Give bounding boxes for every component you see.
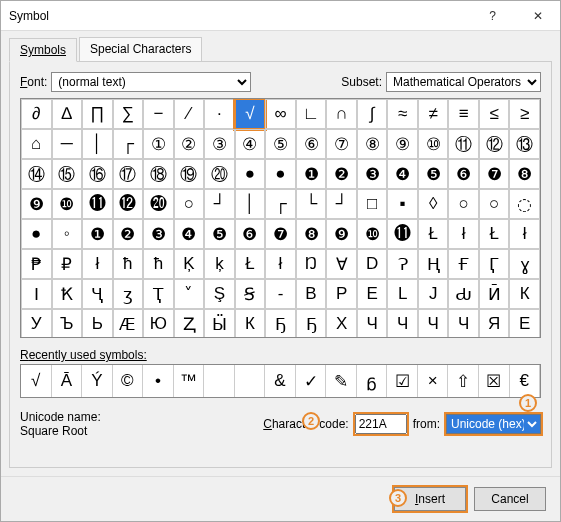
- symbol-cell[interactable]: ❽: [509, 159, 540, 189]
- symbol-cell[interactable]: ❸: [357, 159, 388, 189]
- symbol-cell[interactable]: Ғ: [448, 249, 479, 279]
- symbol-cell[interactable]: ❹: [387, 159, 418, 189]
- symbol-cell[interactable]: ⑱: [143, 159, 174, 189]
- symbol-cell[interactable]: ɣ: [509, 249, 540, 279]
- recent-symbol-cell[interactable]: ✎: [326, 365, 357, 397]
- symbol-cell[interactable]: ③: [204, 129, 235, 159]
- symbol-cell[interactable]: Ҭ: [143, 279, 174, 309]
- symbol-cell[interactable]: D: [357, 249, 388, 279]
- symbol-cell[interactable]: ◌: [509, 189, 540, 219]
- help-button[interactable]: ?: [470, 1, 515, 31]
- recent-symbol-cell[interactable]: ☑: [387, 365, 418, 397]
- tab-special-characters[interactable]: Special Characters: [79, 37, 202, 61]
- symbol-cell[interactable]: ≤: [479, 99, 510, 129]
- symbol-cell[interactable]: ◊: [418, 189, 449, 219]
- symbol-cell[interactable]: ●: [265, 159, 296, 189]
- symbol-cell[interactable]: ②: [174, 129, 205, 159]
- recent-symbol-cell[interactable]: [235, 365, 266, 397]
- charcode-input[interactable]: [355, 414, 407, 434]
- symbol-cell[interactable]: Ҕ: [265, 309, 296, 338]
- symbol-cell[interactable]: ∟: [296, 99, 327, 129]
- symbol-cell[interactable]: Ɂ: [387, 249, 418, 279]
- symbol-cell[interactable]: ≠: [418, 99, 449, 129]
- symbol-cell[interactable]: Ⱨ: [418, 249, 449, 279]
- symbol-cell[interactable]: L: [387, 279, 418, 309]
- symbol-cell[interactable]: ⑭: [21, 159, 52, 189]
- symbol-cell[interactable]: ┘: [326, 189, 357, 219]
- symbol-cell[interactable]: Ь: [82, 309, 113, 338]
- symbol-cell[interactable]: ⓫: [82, 189, 113, 219]
- symbol-cell[interactable]: ∏: [82, 99, 113, 129]
- recent-symbol-cell[interactable]: ☒: [479, 365, 510, 397]
- subset-select[interactable]: Mathematical Operators: [386, 72, 541, 92]
- symbol-cell[interactable]: ❻: [235, 219, 266, 249]
- symbol-cell[interactable]: ķ: [204, 249, 235, 279]
- symbol-cell[interactable]: Ч: [448, 309, 479, 338]
- symbol-cell[interactable]: ≥: [509, 99, 540, 129]
- recent-symbol-cell[interactable]: &: [265, 365, 296, 397]
- symbol-cell[interactable]: ∞: [265, 99, 296, 129]
- symbol-cell[interactable]: ħ: [143, 249, 174, 279]
- symbol-cell[interactable]: К: [235, 309, 266, 338]
- symbol-cell[interactable]: ❿: [52, 189, 83, 219]
- symbol-cell[interactable]: ⓫: [387, 219, 418, 249]
- symbol-cell[interactable]: ⑩: [418, 129, 449, 159]
- symbol-cell[interactable]: │: [235, 189, 266, 219]
- symbol-cell[interactable]: ⑳: [204, 159, 235, 189]
- recent-symbol-cell[interactable]: ✓: [296, 365, 327, 397]
- close-button[interactable]: ✕: [515, 1, 560, 31]
- symbol-cell[interactable]: ⑰: [113, 159, 144, 189]
- symbol-cell[interactable]: E: [357, 279, 388, 309]
- symbol-cell[interactable]: У: [21, 309, 52, 338]
- symbol-cell[interactable]: −: [143, 99, 174, 129]
- recent-symbol-cell[interactable]: Ý: [82, 365, 113, 397]
- symbol-cell[interactable]: ❾: [21, 189, 52, 219]
- symbol-cell[interactable]: Ŋ: [296, 249, 327, 279]
- symbol-cell[interactable]: ∙: [204, 99, 235, 129]
- symbol-cell[interactable]: ł: [82, 249, 113, 279]
- symbol-cell[interactable]: Ҷ: [82, 279, 113, 309]
- symbol-cell[interactable]: √: [235, 99, 266, 129]
- symbol-cell[interactable]: ˅: [174, 279, 205, 309]
- symbol-cell[interactable]: Ӹ: [204, 309, 235, 338]
- symbol-cell[interactable]: ❿: [357, 219, 388, 249]
- symbol-cell[interactable]: ∩: [326, 99, 357, 129]
- tab-symbols[interactable]: Symbols: [9, 38, 77, 62]
- symbol-cell[interactable]: Я: [479, 309, 510, 338]
- symbol-cell[interactable]: ł: [265, 249, 296, 279]
- symbol-cell[interactable]: Ч: [418, 309, 449, 338]
- symbol-cell[interactable]: Ӷ: [479, 249, 510, 279]
- symbol-cell[interactable]: Ⱬ: [174, 309, 205, 338]
- symbol-cell[interactable]: ❽: [296, 219, 327, 249]
- symbol-cell[interactable]: Ԃ: [448, 279, 479, 309]
- symbol-cell[interactable]: ⑮: [52, 159, 83, 189]
- symbol-cell[interactable]: ⑤: [265, 129, 296, 159]
- symbol-cell[interactable]: ⌂: [21, 129, 52, 159]
- symbol-cell[interactable]: ∂: [21, 99, 52, 129]
- symbol-cell[interactable]: ⑲: [174, 159, 205, 189]
- symbol-cell[interactable]: Ҟ: [52, 279, 83, 309]
- symbol-cell[interactable]: ⑬: [509, 129, 540, 159]
- symbol-cell[interactable]: Ş: [204, 279, 235, 309]
- recent-symbol-cell[interactable]: [204, 365, 235, 397]
- recent-symbol-cell[interactable]: √: [21, 365, 52, 397]
- symbol-cell[interactable]: Ю: [143, 309, 174, 338]
- symbol-cell[interactable]: Ꞩ: [235, 279, 266, 309]
- symbol-cell[interactable]: ∑: [113, 99, 144, 129]
- symbol-cell[interactable]: P: [326, 279, 357, 309]
- symbol-cell[interactable]: ł: [448, 219, 479, 249]
- recent-symbol-cell[interactable]: ᵷ: [357, 365, 388, 397]
- symbol-cell[interactable]: К: [509, 279, 540, 309]
- symbol-cell[interactable]: ●: [21, 219, 52, 249]
- symbol-cell[interactable]: ħ: [113, 249, 144, 279]
- symbol-cell[interactable]: ⑥: [296, 129, 327, 159]
- font-select[interactable]: (normal text): [51, 72, 251, 92]
- symbol-cell[interactable]: Ӣ: [479, 279, 510, 309]
- recent-symbol-cell[interactable]: •: [143, 365, 174, 397]
- symbol-cell[interactable]: ⓴: [143, 189, 174, 219]
- symbol-cell[interactable]: ❻: [448, 159, 479, 189]
- symbol-cell[interactable]: Ł: [479, 219, 510, 249]
- symbol-cell[interactable]: J: [418, 279, 449, 309]
- symbol-cell[interactable]: ≈: [387, 99, 418, 129]
- symbol-cell[interactable]: -: [265, 279, 296, 309]
